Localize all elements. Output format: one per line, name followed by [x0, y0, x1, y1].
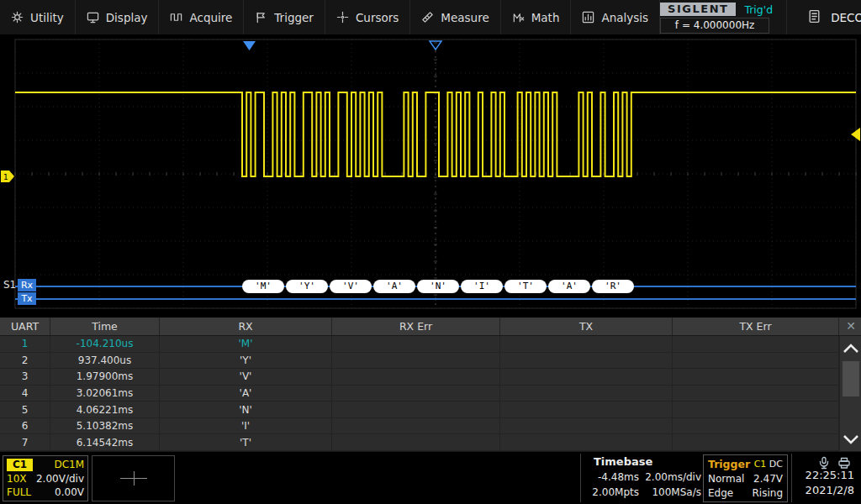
table-row[interactable]: 31.97900ms'V' [0, 369, 861, 386]
table-cell [332, 386, 500, 402]
menu-item-trigger[interactable]: Trigger [244, 0, 325, 34]
brand-block: SIGLENT Trig'd f = 4.000000Hz [660, 0, 773, 34]
decode-bubble: 'Y' [286, 280, 328, 293]
decode-bubble: 'N' [417, 280, 459, 293]
trigger-source-group: C1 DC [754, 459, 783, 470]
menu-item-label: Math [531, 11, 560, 24]
table-cell: 6.14542ms [50, 434, 160, 450]
column-header-uart[interactable]: UART [0, 318, 50, 335]
clock-time: 22:25:11 [806, 468, 854, 483]
status-bar: C1 DC1M 10X 2.00V/div FULL 0.00V Timebas… [0, 451, 861, 504]
timebase-panel[interactable]: Timebase -4.48ms 2.00ms/div 2.00Mpts 100… [587, 455, 701, 498]
channel1-offset-label: 1 [3, 173, 8, 181]
table-cell: -104.210us [50, 336, 160, 352]
channel1-row2: 10X 2.00V/div [7, 472, 84, 486]
math-icon [512, 11, 525, 24]
menu-item-label: Analysis [601, 11, 648, 24]
table-row[interactable]: 76.14542ms'T' [0, 434, 861, 451]
acquire-icon [170, 11, 182, 24]
close-icon[interactable]: ✕ [846, 319, 856, 333]
decode-bus-label: S1 [3, 279, 16, 291]
table-cell [500, 386, 673, 402]
table-cell [332, 434, 500, 450]
table-cell: 'V' [160, 369, 332, 385]
decode-bubble: 'V' [330, 280, 372, 293]
decode-table-body: 1-104.210us'M'2937.400us'Y'31.97900ms'V'… [0, 336, 861, 451]
trigger-row1: Trigger C1 DC [708, 457, 783, 470]
decode-bubble: 'A' [548, 280, 590, 293]
trigger-status: Trig'd [744, 3, 773, 16]
menu-item-label: Trigger [274, 11, 314, 24]
channel1-badge: C1 [7, 459, 33, 471]
table-cell [332, 402, 500, 417]
trigger-title: Trigger [708, 458, 750, 470]
display-icon [87, 11, 99, 24]
cursors-icon [336, 11, 349, 24]
menu-items: UtilityDisplayAcquireTriggerCursorsMeasu… [0, 0, 660, 34]
table-row[interactable]: 1-104.210us'M' [0, 336, 861, 353]
trigger-row3: Edge Rising [708, 486, 783, 500]
empty-descriptor-box[interactable] [92, 455, 175, 501]
channel1-bandwidth: FULL [7, 486, 31, 498]
table-cell: 5 [0, 402, 50, 417]
table-cell [332, 369, 500, 385]
statusbar-divider [580, 454, 581, 502]
frequency-counter: f = 4.000000Hz [660, 18, 769, 34]
table-cell [500, 353, 673, 369]
menu-item-analysis[interactable]: Analysis [571, 0, 660, 34]
rx-channel-chip[interactable]: Rx [18, 279, 36, 291]
menu-item-utility[interactable]: Utility [0, 0, 76, 34]
table-cell: 'Y' [160, 353, 332, 369]
menu-item-label: Display [106, 11, 148, 24]
menu-item-math[interactable]: Math [501, 0, 572, 34]
column-header-tx-err[interactable]: TX Err [673, 318, 839, 335]
column-header-tx[interactable]: TX [500, 318, 673, 335]
trigger-delay-marker[interactable] [243, 41, 256, 50]
table-cell [500, 402, 673, 417]
table-row[interactable]: 54.06221ms'N' [0, 402, 861, 418]
channel1-scale: 2.00V/div [36, 473, 84, 485]
scroll-down-icon[interactable] [841, 432, 861, 447]
decode-menu-button[interactable]: DECODE [786, 0, 861, 34]
trigger-slope: Rising [753, 487, 783, 499]
scroll-up-icon[interactable] [841, 341, 861, 356]
column-header-rx-err[interactable]: RX Err [332, 318, 500, 335]
table-cell: 3 [0, 369, 50, 385]
menu-item-display[interactable]: Display [76, 0, 160, 34]
menu-item-cursors[interactable]: Cursors [325, 0, 410, 34]
brand-row: SIGLENT Trig'd [660, 3, 773, 16]
decode-table-header: UARTTimeRXRX ErrTXTX Err [0, 318, 861, 336]
table-row[interactable]: 65.10382ms'I' [0, 418, 861, 435]
trigger-coupling: DC [769, 459, 783, 470]
channel1-row3: FULL 0.00V [7, 486, 84, 499]
channel1-descriptor[interactable]: C1 DC1M 10X 2.00V/div FULL 0.00V [3, 455, 88, 501]
menu-item-label: Acquire [189, 11, 232, 24]
timebase-samplerate: 100MSa/s [642, 486, 701, 498]
table-row[interactable]: 2937.400us'Y' [0, 353, 861, 370]
table-cell [332, 353, 500, 369]
waveform-area[interactable]: 1 S1 Rx Tx 'M''Y''V''A''N''I''T''A''R' [0, 35, 861, 318]
table-cell: 'N' [160, 402, 332, 417]
table-row[interactable]: 43.02061ms'A' [0, 386, 861, 402]
analysis-icon [582, 11, 594, 24]
table-cell [500, 434, 673, 450]
waveform-svg: 1 [0, 35, 861, 318]
table-cell [500, 336, 673, 352]
tx-channel-chip[interactable]: Tx [18, 292, 36, 305]
channel1-waveform [15, 92, 856, 176]
decode-bubble: 'R' [592, 280, 634, 293]
trigger-panel[interactable]: Trigger C1 DC Normal 2.47V Edge Rising [703, 454, 788, 502]
table-scrollbar[interactable] [839, 336, 861, 451]
scrollbar-thumb[interactable] [843, 361, 859, 396]
menu-item-measure[interactable]: Measure [410, 0, 500, 34]
trigger-source: C1 [754, 459, 767, 470]
column-header-rx[interactable]: RX [160, 318, 332, 335]
column-header-time[interactable]: Time [50, 318, 160, 335]
menu-item-acquire[interactable]: Acquire [159, 0, 244, 34]
oscilloscope-screen: UtilityDisplayAcquireTriggerCursorsMeasu… [0, 0, 861, 504]
table-cell: 937.400us [50, 353, 160, 369]
decode-table: UARTTimeRXRX ErrTXTX Err 1-104.210us'M'2… [0, 318, 861, 451]
measure-icon [421, 11, 434, 24]
clock-date: 2021/2/8 [806, 483, 854, 498]
table-cell [673, 369, 839, 385]
